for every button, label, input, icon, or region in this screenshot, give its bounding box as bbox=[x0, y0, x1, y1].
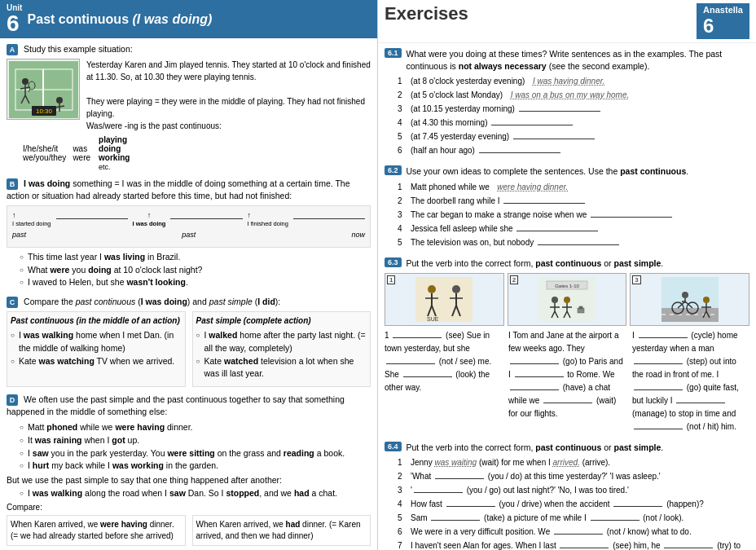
list-item: 7 I haven't seen Alan for ages. When I l… bbox=[398, 539, 749, 550]
list-item: 4 Jessica fell asleep while she bbox=[398, 222, 749, 235]
section-a: A Study this example situation: bbox=[7, 43, 371, 171]
list-item: 3 The car began to make a strange noise … bbox=[398, 209, 749, 222]
exercise-61-header: 6.1 What were you doing at these times? … bbox=[385, 48, 749, 72]
list-item: 1 (at 8 o'clock yesterday evening) I was… bbox=[398, 75, 749, 88]
anastella-label: Anastella bbox=[703, 5, 743, 15]
section-b: B I was doing something = I was in the m… bbox=[7, 178, 371, 289]
scene-2: 2 Gates 1-10 bbox=[508, 273, 627, 326]
list-item: 2 (at 5 o'clock last Monday) I was on a … bbox=[398, 89, 749, 102]
left-panel: Unit 6 Past continuous (I was doing) A S… bbox=[0, 0, 378, 550]
exercise-64-instruction: Put the verb into the correct form, past… bbox=[407, 442, 664, 454]
tennis-illustration: 10:30 bbox=[7, 59, 80, 120]
unit-title: Past continuous (I was doing) bbox=[28, 12, 213, 27]
exercise-62: 6.2 Use your own ideas to complete the s… bbox=[385, 165, 749, 249]
list-item: 1 Matt phoned while we were having dinne… bbox=[398, 181, 749, 194]
illustration-box: 10:30 Yesterday Karen and Jim played ten… bbox=[7, 59, 371, 132]
scene-3: 3 bbox=[630, 273, 749, 326]
section-d-label: D bbox=[7, 394, 18, 406]
section-a-intro: Study this example situation: bbox=[24, 44, 133, 54]
list-item: 2 'What (you / do) at this time yesterda… bbox=[398, 470, 749, 483]
exercise-62-instruction: Use your own ideas to complete the sente… bbox=[407, 165, 689, 178]
svg-point-5 bbox=[22, 78, 29, 85]
list-item: 1 Jenny was waiting (wait) for me when I… bbox=[398, 456, 749, 469]
timeline-box: ↑I started doing ↑I was doing ↑I finishe… bbox=[7, 205, 371, 248]
exercise-61-num: 6.1 bbox=[385, 48, 402, 58]
exercise-63-header: 6.3 Put the verb into the correct form, … bbox=[385, 257, 749, 270]
tennis-svg: 10:30 bbox=[9, 61, 78, 118]
exercise-63-instruction: Put the verb into the correct form, past… bbox=[407, 257, 664, 270]
example-text: Yesterday Karen and Jim played tennis. T… bbox=[86, 59, 371, 132]
svg-point-52 bbox=[682, 292, 688, 298]
exercise-64-num: 6.4 bbox=[385, 442, 402, 451]
section-b-list: This time last year I was living in Braz… bbox=[20, 251, 371, 289]
section-c-label: C bbox=[7, 297, 18, 308]
exercise-63-text: 1 (see) Sue in town yesterday, but she (… bbox=[385, 329, 749, 433]
svg-point-32 bbox=[552, 297, 558, 303]
svg-rect-17 bbox=[415, 277, 472, 322]
svg-text:Gates 1-10: Gates 1-10 bbox=[555, 284, 579, 288]
list-item: 3 (at 10.15 yesterday morning) bbox=[398, 103, 749, 116]
unit-number: 6 bbox=[7, 12, 20, 35]
list-item: 4 (at 4.30 this morning) bbox=[398, 117, 749, 130]
scene-1: 1 SUE bbox=[385, 273, 504, 326]
anastella-num: 6 bbox=[703, 15, 743, 37]
svg-point-24 bbox=[452, 285, 460, 293]
exercise-63-num: 6.3 bbox=[385, 257, 402, 267]
exercise-61-instruction: What were you doing at these times? Writ… bbox=[407, 48, 749, 72]
list-item: 2 The doorbell rang while I bbox=[398, 195, 749, 208]
svg-rect-43 bbox=[579, 306, 582, 309]
svg-text:10:30: 10:30 bbox=[35, 108, 52, 115]
section-d: D We often use the past simple and the p… bbox=[7, 394, 371, 546]
exercises-title: Exercises bbox=[385, 3, 468, 24]
final-compare: When Karen arrived, we were having dinne… bbox=[7, 515, 371, 546]
list-item: 5 Sam (take) a picture of me while I (no… bbox=[398, 512, 749, 525]
exercise-61-items: 1 (at 8 o'clock yesterday evening) I was… bbox=[398, 75, 749, 157]
exercise-64-header: 6.4 Put the verb into the correct form, … bbox=[385, 442, 749, 454]
compare-box: Past continuous (in the middle of an act… bbox=[7, 311, 371, 387]
exercise-62-num: 6.2 bbox=[385, 165, 402, 175]
right-header: Exercises Anastella 6 bbox=[378, 0, 756, 43]
svg-point-18 bbox=[428, 285, 436, 293]
exercise-64: 6.4 Put the verb into the correct form, … bbox=[385, 442, 749, 550]
list-item: 5 The television was on, but nobody bbox=[398, 236, 749, 249]
anastella-badge: Anastella 6 bbox=[697, 3, 749, 39]
exercise-62-header: 6.2 Use your own ideas to complete the s… bbox=[385, 165, 749, 178]
exercise-63: 6.3 Put the verb into the correct form, … bbox=[385, 257, 749, 433]
exercise-61: 6.1 What were you doing at these times? … bbox=[385, 48, 749, 157]
svg-point-54 bbox=[703, 297, 710, 303]
section-b-label: B bbox=[7, 178, 18, 190]
section-c: C Compare the past continuous (I was doi… bbox=[7, 296, 371, 387]
exercise-64-items: 1 Jenny was waiting (wait) for me when I… bbox=[398, 456, 749, 550]
list-item: 6 (half an hour ago) bbox=[398, 144, 749, 157]
svg-text:SUE: SUE bbox=[427, 316, 439, 322]
list-item: 5 (at 7.45 yesterday evening) bbox=[398, 130, 749, 143]
exercise-62-items: 1 Matt phoned while we were having dinne… bbox=[398, 181, 749, 249]
right-panel: Exercises Anastella 6 6.1 What were you … bbox=[378, 0, 756, 550]
unit-header: Unit 6 Past continuous (I was doing) bbox=[0, 0, 377, 38]
list-item: 3 ' (you / go) out last night?' 'No, I w… bbox=[398, 484, 749, 497]
section-a-label: A bbox=[7, 44, 18, 55]
list-item: 4 How fast (you / drive) when the accide… bbox=[398, 498, 749, 511]
list-item: 6 We were in a very difficult position. … bbox=[398, 526, 749, 539]
scene-images: 1 SUE bbox=[385, 273, 749, 326]
svg-point-12 bbox=[56, 97, 63, 103]
svg-point-37 bbox=[564, 297, 570, 303]
left-content: A Study this example situation: bbox=[0, 38, 377, 550]
conjugation-box: I/he/she/itwe/you/they waswere playing d… bbox=[23, 135, 371, 171]
right-content: 6.1 What were you doing at these times? … bbox=[378, 43, 756, 550]
